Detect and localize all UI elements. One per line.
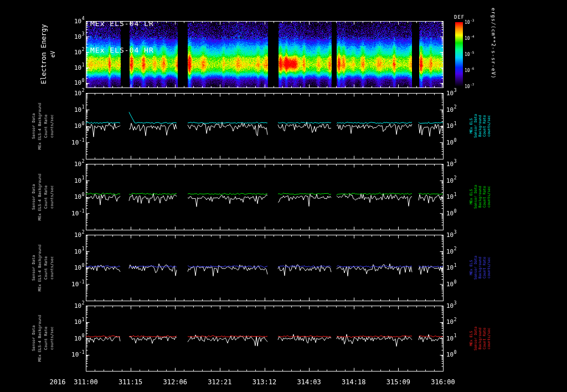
- left-label-line: Count Rate: [43, 93, 49, 159]
- left-label-line: counts/sec: [49, 164, 55, 230]
- spectrogram-page: MEx ELS-04 LR MEx ELS-04 HR Electron Ene…: [0, 0, 567, 392]
- left-label-line: Sensor Data: [31, 235, 37, 301]
- left-label-line: Count Rate: [43, 164, 49, 230]
- right-label-line: MEx ELS: [469, 93, 473, 159]
- right-label-line: MEx ELS: [469, 164, 473, 230]
- right-label-line: Background: [478, 306, 482, 371]
- left-label-line: MEx ELS-4 Background: [37, 93, 43, 159]
- right-label-line: counts/sec: [487, 93, 491, 159]
- panel-4-left-label: Sensor Data MEx ELS-4 Background Count R…: [31, 306, 55, 371]
- plot-title-block: MEx ELS-04 LR MEx ELS-04 HR: [90, 2, 154, 73]
- right-label-line: Background: [478, 93, 482, 159]
- right-label-line: MEx ELS: [469, 306, 473, 371]
- right-label-line: counts/sec: [487, 164, 491, 230]
- right-label-line: counts/sec: [487, 235, 491, 301]
- right-label-line: Background: [478, 164, 482, 230]
- panel-3-left-label: Sensor Data MEx ELS-4 Background Count R…: [31, 235, 55, 301]
- right-label-line: Count Rate: [482, 235, 487, 301]
- spectrogram-y-axis-units: eV: [50, 21, 56, 87]
- left-label-line: Sensor Data: [31, 164, 37, 230]
- left-label-line: MEx ELS-4 Background: [37, 306, 43, 371]
- panel-3-right-label: MEx ELS Sensor Data Background Count Rat…: [469, 235, 491, 301]
- panel-4-right-label: MEx ELS Sensor Data Background Count Rat…: [469, 306, 491, 371]
- left-label-line: Count Rate: [43, 306, 49, 371]
- left-label-line: Sensor Data: [31, 93, 37, 159]
- left-label-line: counts/sec: [49, 306, 55, 371]
- colorbar-units-label: ergs/(cm**2-s-sr-eV): [491, 8, 496, 113]
- left-label-line: Count Rate: [43, 235, 49, 301]
- right-label-line: Sensor Data: [473, 93, 478, 159]
- plot-title-lr: MEx ELS-04 LR: [90, 19, 154, 28]
- left-label-line: counts/sec: [49, 235, 55, 301]
- colorbar-title: DEF: [454, 14, 465, 20]
- right-label-line: Sensor Data: [473, 306, 478, 371]
- right-label-line: Sensor Data: [473, 235, 478, 301]
- right-label-line: Count Rate: [482, 93, 487, 159]
- left-label-line: Sensor Data: [31, 306, 37, 371]
- spectrogram-y-axis-label: Electron Energy: [40, 21, 48, 87]
- right-label-line: Count Rate: [482, 164, 487, 230]
- plot-title-hr: MEx ELS-04 HR: [90, 46, 154, 55]
- left-label-line: counts/sec: [49, 93, 55, 159]
- right-label-line: Background: [478, 235, 482, 301]
- right-label-line: counts/sec: [487, 306, 491, 371]
- right-label-line: Count Rate: [482, 306, 487, 371]
- left-label-line: MEx ELS-4 Background: [37, 164, 43, 230]
- right-label-line: Sensor Data: [473, 164, 478, 230]
- panel-2-left-label: Sensor Data MEx ELS-4 Background Count R…: [31, 164, 55, 230]
- right-label-line: MEx ELS: [469, 235, 473, 301]
- panel-2-right-label: MEx ELS Sensor Data Background Count Rat…: [469, 164, 491, 230]
- panel-1-right-label: MEx ELS Sensor Data Background Count Rat…: [469, 93, 491, 159]
- panel-1-left-label: Sensor Data MEx ELS-4 Background Count R…: [31, 93, 55, 159]
- left-label-line: MEx ELS-4 Background: [37, 235, 43, 301]
